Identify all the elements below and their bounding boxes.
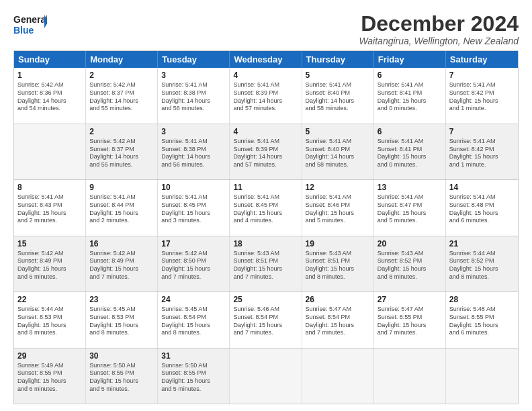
header-monday: Monday [86,51,158,68]
day-info: Sunrise: 5:42 AM Sunset: 8:37 PM Dayligh… [89,138,154,169]
calendar-cell: 2Sunrise: 5:42 AM Sunset: 8:37 PM Daylig… [86,124,158,179]
day-info: Sunrise: 5:42 AM Sunset: 8:49 PM Dayligh… [89,250,154,281]
day-info: Sunrise: 5:50 AM Sunset: 8:55 PM Dayligh… [161,362,226,394]
day-number: 7 [449,70,515,81]
calendar-cell [230,349,302,404]
day-info: Sunrise: 5:42 AM Sunset: 8:49 PM Dayligh… [17,250,82,281]
day-number: 9 [89,182,154,193]
day-number: 27 [378,294,442,305]
calendar-cell: 4Sunrise: 5:41 AM Sunset: 8:39 PM Daylig… [230,124,302,179]
calendar-cell: 11Sunrise: 5:41 AM Sunset: 8:45 PM Dayli… [230,180,302,235]
day-number: 23 [89,294,154,305]
week-row-3: 15Sunrise: 5:42 AM Sunset: 8:49 PM Dayli… [14,236,518,291]
day-number: 17 [161,238,226,249]
calendar-cell: 16Sunrise: 5:42 AM Sunset: 8:49 PM Dayli… [86,236,158,291]
day-number: 2 [89,70,154,81]
calendar-cell: 6Sunrise: 5:41 AM Sunset: 8:41 PM Daylig… [374,124,446,179]
calendar-cell: 8Sunrise: 5:41 AM Sunset: 8:43 PM Daylig… [14,180,86,235]
day-info: Sunrise: 5:41 AM Sunset: 8:41 PM Dayligh… [378,81,442,113]
day-info: Sunrise: 5:41 AM Sunset: 8:39 PM Dayligh… [233,81,298,113]
calendar-cell: 3Sunrise: 5:41 AM Sunset: 8:38 PM Daylig… [158,68,230,123]
day-number: 15 [17,238,82,249]
week-row-0: 1Sunrise: 5:42 AM Sunset: 8:36 PM Daylig… [14,68,518,123]
calendar-cell: 25Sunrise: 5:46 AM Sunset: 8:54 PM Dayli… [230,292,302,347]
day-info: Sunrise: 5:41 AM Sunset: 8:38 PM Dayligh… [161,138,226,169]
day-number: 3 [161,70,226,81]
logo-svg: General Blue [13,12,47,38]
calendar-header: Sunday Monday Tuesday Wednesday Thursday… [14,51,518,68]
day-info: Sunrise: 5:46 AM Sunset: 8:54 PM Dayligh… [233,306,298,337]
calendar-cell: 3Sunrise: 5:41 AM Sunset: 8:38 PM Daylig… [158,124,230,179]
day-info: Sunrise: 5:41 AM Sunset: 8:45 PM Dayligh… [161,193,226,225]
day-info: Sunrise: 5:44 AM Sunset: 8:53 PM Dayligh… [17,306,82,337]
day-info: Sunrise: 5:41 AM Sunset: 8:45 PM Dayligh… [233,193,298,225]
day-info: Sunrise: 5:41 AM Sunset: 8:43 PM Dayligh… [17,193,82,225]
day-number: 6 [378,126,442,137]
day-info: Sunrise: 5:50 AM Sunset: 8:55 PM Dayligh… [89,362,154,394]
day-number: 26 [306,294,370,305]
day-number: 5 [306,70,370,81]
calendar: Sunday Monday Tuesday Wednesday Thursday… [13,50,519,404]
day-info: Sunrise: 5:41 AM Sunset: 8:46 PM Dayligh… [306,193,370,225]
day-number: 13 [378,182,442,193]
day-number: 11 [233,182,298,193]
day-info: Sunrise: 5:49 AM Sunset: 8:55 PM Dayligh… [17,362,82,394]
svg-text:General: General [13,14,47,25]
day-info: Sunrise: 5:47 AM Sunset: 8:54 PM Dayligh… [306,306,370,337]
day-number: 7 [449,126,515,137]
day-number: 24 [161,294,226,305]
day-info: Sunrise: 5:41 AM Sunset: 8:48 PM Dayligh… [449,193,515,225]
calendar-cell: 22Sunrise: 5:44 AM Sunset: 8:53 PM Dayli… [14,292,86,347]
day-number: 4 [233,70,298,81]
title-block: December 2024 Waitangirua, Wellington, N… [359,12,519,46]
day-info: Sunrise: 5:47 AM Sunset: 8:55 PM Dayligh… [378,306,442,337]
header-friday: Friday [374,51,446,68]
day-number: 21 [449,238,515,249]
day-info: Sunrise: 5:41 AM Sunset: 8:41 PM Dayligh… [378,138,442,169]
header-wednesday: Wednesday [230,51,302,68]
calendar-cell: 26Sunrise: 5:47 AM Sunset: 8:54 PM Dayli… [302,292,374,347]
week-row-1: 2Sunrise: 5:42 AM Sunset: 8:37 PM Daylig… [14,124,518,179]
day-number: 6 [378,70,442,81]
day-number: 30 [89,351,154,361]
day-number: 8 [17,182,82,193]
calendar-cell: 30Sunrise: 5:50 AM Sunset: 8:55 PM Dayli… [86,349,158,404]
calendar-cell: 9Sunrise: 5:41 AM Sunset: 8:44 PM Daylig… [86,180,158,235]
header-thursday: Thursday [302,51,374,68]
calendar-cell: 12Sunrise: 5:41 AM Sunset: 8:46 PM Dayli… [302,180,374,235]
calendar-cell: 4Sunrise: 5:41 AM Sunset: 8:39 PM Daylig… [230,68,302,123]
day-number: 29 [17,351,82,361]
header-saturday: Saturday [446,51,518,68]
calendar-cell: 7Sunrise: 5:41 AM Sunset: 8:42 PM Daylig… [446,68,518,123]
calendar-cell [302,349,374,404]
day-info: Sunrise: 5:42 AM Sunset: 8:50 PM Dayligh… [161,250,226,281]
day-number: 20 [378,238,442,249]
calendar-cell: 27Sunrise: 5:47 AM Sunset: 8:55 PM Dayli… [374,292,446,347]
header-sunday: Sunday [14,51,86,68]
day-info: Sunrise: 5:41 AM Sunset: 8:38 PM Dayligh… [161,81,226,113]
calendar-cell [14,124,86,179]
day-info: Sunrise: 5:45 AM Sunset: 8:54 PM Dayligh… [161,306,226,337]
calendar-cell: 2Sunrise: 5:42 AM Sunset: 8:37 PM Daylig… [86,68,158,123]
day-info: Sunrise: 5:43 AM Sunset: 8:51 PM Dayligh… [233,250,298,281]
calendar-cell: 13Sunrise: 5:41 AM Sunset: 8:47 PM Dayli… [374,180,446,235]
calendar-cell: 31Sunrise: 5:50 AM Sunset: 8:55 PM Dayli… [158,349,230,404]
day-info: Sunrise: 5:41 AM Sunset: 8:39 PM Dayligh… [233,138,298,169]
calendar-cell [446,349,518,404]
page: General Blue December 2024 Waitangirua, … [0,0,532,411]
calendar-cell: 1Sunrise: 5:42 AM Sunset: 8:36 PM Daylig… [14,68,86,123]
day-info: Sunrise: 5:43 AM Sunset: 8:52 PM Dayligh… [378,250,442,281]
day-info: Sunrise: 5:41 AM Sunset: 8:40 PM Dayligh… [306,81,370,113]
day-info: Sunrise: 5:42 AM Sunset: 8:37 PM Dayligh… [89,81,154,113]
calendar-cell: 14Sunrise: 5:41 AM Sunset: 8:48 PM Dayli… [446,180,518,235]
calendar-cell [374,349,446,404]
day-number: 12 [306,182,370,193]
day-number: 5 [306,126,370,137]
header: General Blue December 2024 Waitangirua, … [13,12,519,46]
calendar-cell: 21Sunrise: 5:44 AM Sunset: 8:52 PM Dayli… [446,236,518,291]
calendar-cell: 20Sunrise: 5:43 AM Sunset: 8:52 PM Dayli… [374,236,446,291]
day-info: Sunrise: 5:41 AM Sunset: 8:42 PM Dayligh… [449,138,515,169]
calendar-cell: 15Sunrise: 5:42 AM Sunset: 8:49 PM Dayli… [14,236,86,291]
day-info: Sunrise: 5:48 AM Sunset: 8:55 PM Dayligh… [449,306,515,337]
week-row-2: 8Sunrise: 5:41 AM Sunset: 8:43 PM Daylig… [14,179,518,235]
